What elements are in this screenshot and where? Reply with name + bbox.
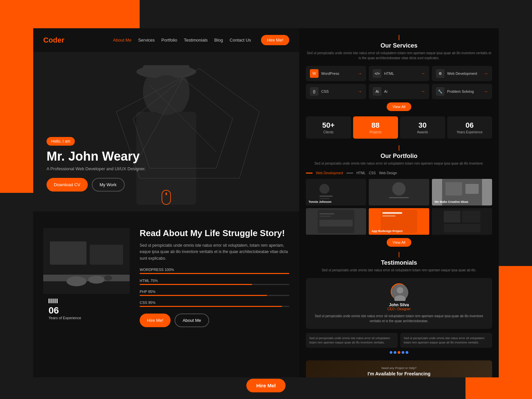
wordpress-icon: W xyxy=(310,69,319,78)
portfolio-label-1: Tonnie Johnson xyxy=(309,200,332,203)
filter-html-button[interactable]: HTML xyxy=(356,171,365,175)
testimonial-side-left: Sed ut perspiciatis unde omnis iste natu… xyxy=(306,333,398,348)
skill-html: HTML 75% xyxy=(140,279,289,285)
skill-wordpress-bar-bg xyxy=(140,273,289,274)
html-icon: </> xyxy=(373,69,381,78)
testimonial-role: CEO / Designer xyxy=(311,307,487,311)
portfolio-item-6 xyxy=(432,208,492,235)
svg-rect-35 xyxy=(382,215,396,216)
left-panel: Coder About Me Services Portfolio Testim… xyxy=(33,28,299,377)
svg-rect-20 xyxy=(320,198,330,199)
hire-me-nav-button[interactable]: Hire Me! xyxy=(261,35,289,45)
my-work-button[interactable]: My Work xyxy=(92,178,125,192)
stat-projects-number: 88 xyxy=(356,121,395,130)
about-description: Sed ut perspiciatis unde omnis iste natu… xyxy=(140,242,289,262)
skill-css-bar-fill xyxy=(140,306,282,307)
svg-rect-34 xyxy=(382,212,402,214)
nav-testimonials[interactable]: Testimonials xyxy=(184,38,208,43)
svg-point-5 xyxy=(148,75,185,115)
service-wordpress: W WordPress → xyxy=(306,66,366,81)
service-html-label: HTML xyxy=(384,71,394,75)
svg-rect-11 xyxy=(50,241,86,265)
services-title: Our Services xyxy=(306,42,492,49)
testimonial-dots xyxy=(306,351,492,354)
testimonial-sides: Sed ut perspiciatis unde omnis iste natu… xyxy=(306,333,492,348)
section-line-testimonials xyxy=(399,252,399,257)
filter-webdev-button[interactable]: Web Development xyxy=(316,171,343,175)
navbar: Coder About Me Services Portfolio Testim… xyxy=(33,28,299,52)
nav-blog[interactable]: Blog xyxy=(214,38,223,43)
scroll-dot xyxy=(166,193,167,195)
skill-html-label: HTML 75% xyxy=(140,279,289,283)
stat-experience-label: Years Experience xyxy=(451,130,489,134)
portfolio-grid: Tonnie Johnson xyxy=(306,179,492,235)
svg-rect-30 xyxy=(320,216,331,217)
testimonials-section: Testimonials Sed ut perspiciatis unde om… xyxy=(306,252,492,354)
service-wordpress-arrow: → xyxy=(357,71,362,76)
stat-clients-number: 50+ xyxy=(309,121,348,130)
testimonial-card-center: John Silva CEO / Designer Sed ut perspic… xyxy=(306,278,492,329)
svg-rect-38 xyxy=(462,211,480,222)
stat-clients-label: Clients xyxy=(309,130,348,134)
nav-services[interactable]: Services xyxy=(138,38,155,43)
svg-point-16 xyxy=(104,275,112,281)
testimonial-text: Sed ut perspiciatis unde omnis iste natu… xyxy=(311,314,487,324)
svg-rect-31 xyxy=(320,220,353,226)
skill-php-label: PHP 85% xyxy=(140,290,289,294)
service-problem-label: Problem Solving xyxy=(447,89,474,93)
dot-4 xyxy=(402,351,404,354)
hire-me-about-button[interactable]: Hire Me! xyxy=(140,314,171,327)
service-ai-arrow: → xyxy=(421,89,425,94)
services-section: Our Services Sed ut perspiciatis unde om… xyxy=(306,35,492,111)
nav-links: About Me Services Portfolio Testimonials… xyxy=(113,35,289,45)
skill-css: CSS 95% xyxy=(140,301,289,307)
nav-about[interactable]: About Me xyxy=(113,38,132,43)
service-css-arrow: → xyxy=(357,89,362,94)
stat-experience: 06 Years Experience xyxy=(447,116,492,139)
stat-projects-label: Projects xyxy=(356,130,395,134)
testimonials-title: Testimonials xyxy=(306,259,492,266)
hire-me-bottom-button[interactable]: Hire Mel xyxy=(246,379,286,392)
ai-icon: Ai xyxy=(373,87,381,96)
portfolio-item-2 xyxy=(369,179,429,205)
hero-content: Hello, I am Mr. John Weary A Professiona… xyxy=(47,137,146,192)
skill-wordpress: WORDPRESS 100% xyxy=(140,268,289,274)
about-me-button[interactable]: About Me xyxy=(175,314,209,327)
portfolio-view-all-button[interactable]: View All xyxy=(387,238,411,247)
portfolio-subtitle: Sed ut perspiciatis unde omnis iste natu… xyxy=(306,161,492,166)
portfolio-filters: Web Development HTML CSS Web Design xyxy=(306,171,492,175)
testimonial-avatar xyxy=(391,283,407,300)
stat-clients: 50+ Clients xyxy=(306,116,351,139)
skill-wordpress-bar-fill xyxy=(140,273,289,274)
svg-rect-12 xyxy=(90,245,123,265)
svg-point-18 xyxy=(320,184,330,194)
hero-subtitle: A Professional Web Developer and UI/UX D… xyxy=(47,166,146,171)
service-html-arrow: → xyxy=(421,71,425,76)
about-content: Read About My Life Struggle Story! Sed u… xyxy=(140,228,289,327)
filter-webdesign-button[interactable]: Web Design xyxy=(379,171,397,175)
portfolio-label-5: App Redesign Project xyxy=(371,229,403,233)
stat-experience-number: 06 xyxy=(451,121,489,130)
dot-5 xyxy=(406,351,408,354)
filter-css-button[interactable]: CSS xyxy=(369,171,376,175)
about-image: 06 Years of Experience xyxy=(43,228,130,325)
svg-point-15 xyxy=(88,276,105,284)
main-wrapper: Coder About Me Services Portfolio Testim… xyxy=(33,28,499,377)
skill-php: PHP 85% xyxy=(140,290,289,296)
portfolio-thumb-6-svg xyxy=(432,208,492,235)
service-css-label: CSS xyxy=(321,89,329,93)
dot-3 xyxy=(398,351,400,354)
skill-html-bar-bg xyxy=(140,284,289,285)
nav-contact[interactable]: Contact Us xyxy=(230,38,251,43)
svg-rect-23 xyxy=(389,197,409,198)
portfolio-item-4 xyxy=(306,208,366,235)
exp-label: Years of Experience xyxy=(49,316,124,320)
portfolio-label-3: We Make Creative Ideas xyxy=(435,200,468,203)
nav-portfolio[interactable]: Portfolio xyxy=(161,38,177,43)
services-grid: W WordPress → </> HTML → ⚙ Web Developme xyxy=(306,66,492,99)
portfolio-thumb-4-svg xyxy=(306,208,366,235)
right-panel: Our Services Sed ut perspiciatis unde om… xyxy=(299,28,499,377)
download-cv-button[interactable]: Download CV xyxy=(47,178,88,192)
services-view-all-button[interactable]: View All xyxy=(387,102,411,111)
stat-awards: 30 Awards xyxy=(400,116,445,139)
